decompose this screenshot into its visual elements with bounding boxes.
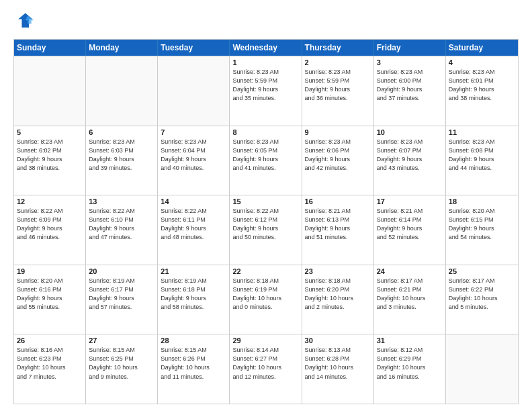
day-info: Sunrise: 8:12 AM Sunset: 6:29 PM Dayligh… bbox=[377, 346, 443, 381]
day-number: 24 bbox=[377, 267, 443, 275]
day-number: 21 bbox=[161, 267, 226, 275]
cal-cell: 17Sunrise: 8:21 AM Sunset: 6:14 PM Dayli… bbox=[374, 195, 446, 265]
cal-cell: 28Sunrise: 8:15 AM Sunset: 6:26 PM Dayli… bbox=[158, 334, 230, 404]
day-number: 20 bbox=[89, 267, 154, 275]
day-number: 11 bbox=[449, 128, 515, 136]
page-header bbox=[13, 11, 519, 32]
cal-cell: 26Sunrise: 8:16 AM Sunset: 6:23 PM Dayli… bbox=[14, 334, 86, 404]
day-number: 30 bbox=[305, 336, 371, 345]
cal-cell: 16Sunrise: 8:21 AM Sunset: 6:13 PM Dayli… bbox=[302, 195, 374, 265]
day-info: Sunrise: 8:23 AM Sunset: 6:06 PM Dayligh… bbox=[305, 138, 371, 173]
day-info: Sunrise: 8:15 AM Sunset: 6:25 PM Dayligh… bbox=[89, 346, 154, 381]
day-info: Sunrise: 8:17 AM Sunset: 6:21 PM Dayligh… bbox=[377, 277, 443, 312]
calendar: SundayMondayTuesdayWednesdayThursdayFrid… bbox=[13, 39, 519, 404]
cal-week-2: 5Sunrise: 8:23 AM Sunset: 6:02 PM Daylig… bbox=[14, 126, 518, 195]
cal-cell: 9Sunrise: 8:23 AM Sunset: 6:06 PM Daylig… bbox=[302, 126, 374, 195]
day-info: Sunrise: 8:23 AM Sunset: 6:03 PM Dayligh… bbox=[89, 138, 154, 173]
cal-cell: 8Sunrise: 8:23 AM Sunset: 6:05 PM Daylig… bbox=[230, 126, 302, 195]
cal-cell: 7Sunrise: 8:23 AM Sunset: 6:04 PM Daylig… bbox=[158, 126, 230, 195]
day-info: Sunrise: 8:17 AM Sunset: 6:22 PM Dayligh… bbox=[449, 277, 515, 312]
logo-icon bbox=[13, 11, 35, 32]
cal-cell: 21Sunrise: 8:19 AM Sunset: 6:18 PM Dayli… bbox=[158, 265, 230, 334]
day-number: 12 bbox=[17, 197, 83, 205]
day-info: Sunrise: 8:23 AM Sunset: 6:01 PM Dayligh… bbox=[449, 68, 515, 103]
day-number: 31 bbox=[377, 336, 443, 345]
day-info: Sunrise: 8:22 AM Sunset: 6:12 PM Dayligh… bbox=[232, 207, 298, 242]
day-info: Sunrise: 8:19 AM Sunset: 6:18 PM Dayligh… bbox=[161, 277, 226, 312]
cal-cell: 11Sunrise: 8:23 AM Sunset: 6:08 PM Dayli… bbox=[446, 126, 518, 195]
day-info: Sunrise: 8:21 AM Sunset: 6:13 PM Dayligh… bbox=[305, 207, 371, 242]
cal-cell: 19Sunrise: 8:20 AM Sunset: 6:16 PM Dayli… bbox=[14, 265, 86, 334]
cal-cell: 23Sunrise: 8:18 AM Sunset: 6:20 PM Dayli… bbox=[302, 265, 374, 334]
cal-header-saturday: Saturday bbox=[446, 40, 518, 56]
day-number: 19 bbox=[17, 267, 83, 275]
day-info: Sunrise: 8:23 AM Sunset: 6:00 PM Dayligh… bbox=[377, 68, 443, 103]
cal-week-1: 1Sunrise: 8:23 AM Sunset: 5:59 PM Daylig… bbox=[14, 56, 518, 126]
cal-week-5: 26Sunrise: 8:16 AM Sunset: 6:23 PM Dayli… bbox=[14, 334, 518, 404]
day-info: Sunrise: 8:18 AM Sunset: 6:19 PM Dayligh… bbox=[232, 277, 298, 312]
day-info: Sunrise: 8:18 AM Sunset: 6:20 PM Dayligh… bbox=[305, 277, 371, 312]
day-info: Sunrise: 8:23 AM Sunset: 6:08 PM Dayligh… bbox=[449, 138, 515, 173]
cal-header-friday: Friday bbox=[374, 40, 446, 56]
day-number: 2 bbox=[305, 58, 371, 66]
cal-cell: 27Sunrise: 8:15 AM Sunset: 6:25 PM Dayli… bbox=[86, 334, 158, 404]
cal-cell: 5Sunrise: 8:23 AM Sunset: 6:02 PM Daylig… bbox=[14, 126, 86, 195]
day-number: 10 bbox=[377, 128, 443, 136]
day-info: Sunrise: 8:13 AM Sunset: 6:28 PM Dayligh… bbox=[305, 346, 371, 381]
day-info: Sunrise: 8:22 AM Sunset: 6:11 PM Dayligh… bbox=[161, 207, 226, 242]
cal-week-4: 19Sunrise: 8:20 AM Sunset: 6:16 PM Dayli… bbox=[14, 265, 518, 334]
cal-header-sunday: Sunday bbox=[14, 40, 86, 56]
day-info: Sunrise: 8:15 AM Sunset: 6:26 PM Dayligh… bbox=[161, 346, 226, 381]
day-number: 28 bbox=[161, 336, 226, 345]
cal-cell: 15Sunrise: 8:22 AM Sunset: 6:12 PM Dayli… bbox=[230, 195, 302, 265]
cal-cell: 12Sunrise: 8:22 AM Sunset: 6:09 PM Dayli… bbox=[14, 195, 86, 265]
day-number: 23 bbox=[305, 267, 371, 275]
day-number: 18 bbox=[449, 197, 515, 205]
day-number: 6 bbox=[89, 128, 154, 136]
day-info: Sunrise: 8:22 AM Sunset: 6:09 PM Dayligh… bbox=[17, 207, 83, 242]
logo bbox=[13, 11, 38, 32]
day-number: 5 bbox=[17, 128, 83, 136]
day-number: 15 bbox=[232, 197, 298, 205]
cal-header-monday: Monday bbox=[86, 40, 158, 56]
cal-header-thursday: Thursday bbox=[302, 40, 374, 56]
cal-cell: 29Sunrise: 8:14 AM Sunset: 6:27 PM Dayli… bbox=[230, 334, 302, 404]
day-number: 25 bbox=[449, 267, 515, 275]
cal-cell: 10Sunrise: 8:23 AM Sunset: 6:07 PM Dayli… bbox=[374, 126, 446, 195]
cal-cell: 18Sunrise: 8:20 AM Sunset: 6:15 PM Dayli… bbox=[446, 195, 518, 265]
day-number: 9 bbox=[305, 128, 371, 136]
cal-cell: 3Sunrise: 8:23 AM Sunset: 6:00 PM Daylig… bbox=[374, 56, 446, 126]
day-info: Sunrise: 8:23 AM Sunset: 6:05 PM Dayligh… bbox=[232, 138, 298, 173]
day-number: 3 bbox=[377, 58, 443, 66]
day-number: 17 bbox=[377, 197, 443, 205]
cal-cell bbox=[446, 334, 518, 404]
cal-cell bbox=[14, 56, 86, 126]
day-number: 26 bbox=[17, 336, 83, 345]
cal-cell bbox=[158, 56, 230, 126]
day-number: 22 bbox=[232, 267, 298, 275]
day-info: Sunrise: 8:16 AM Sunset: 6:23 PM Dayligh… bbox=[17, 346, 83, 381]
cal-cell: 13Sunrise: 8:22 AM Sunset: 6:10 PM Dayli… bbox=[86, 195, 158, 265]
day-number: 7 bbox=[161, 128, 226, 136]
day-number: 16 bbox=[305, 197, 371, 205]
day-number: 8 bbox=[232, 128, 298, 136]
day-info: Sunrise: 8:23 AM Sunset: 5:59 PM Dayligh… bbox=[305, 68, 371, 103]
cal-cell: 14Sunrise: 8:22 AM Sunset: 6:11 PM Dayli… bbox=[158, 195, 230, 265]
day-number: 29 bbox=[232, 336, 298, 345]
day-number: 14 bbox=[161, 197, 226, 205]
cal-cell: 4Sunrise: 8:23 AM Sunset: 6:01 PM Daylig… bbox=[446, 56, 518, 126]
cal-cell: 20Sunrise: 8:19 AM Sunset: 6:17 PM Dayli… bbox=[86, 265, 158, 334]
day-info: Sunrise: 8:23 AM Sunset: 6:02 PM Dayligh… bbox=[17, 138, 83, 173]
day-info: Sunrise: 8:23 AM Sunset: 5:59 PM Dayligh… bbox=[232, 68, 298, 103]
day-info: Sunrise: 8:20 AM Sunset: 6:15 PM Dayligh… bbox=[449, 207, 515, 242]
day-info: Sunrise: 8:23 AM Sunset: 6:07 PM Dayligh… bbox=[377, 138, 443, 173]
day-number: 1 bbox=[232, 58, 298, 66]
day-number: 13 bbox=[89, 197, 154, 205]
cal-cell: 2Sunrise: 8:23 AM Sunset: 5:59 PM Daylig… bbox=[302, 56, 374, 126]
cal-header-wednesday: Wednesday bbox=[230, 40, 302, 56]
cal-cell: 22Sunrise: 8:18 AM Sunset: 6:19 PM Dayli… bbox=[230, 265, 302, 334]
cal-cell bbox=[86, 56, 158, 126]
day-info: Sunrise: 8:14 AM Sunset: 6:27 PM Dayligh… bbox=[232, 346, 298, 381]
day-info: Sunrise: 8:20 AM Sunset: 6:16 PM Dayligh… bbox=[17, 277, 83, 312]
calendar-header: SundayMondayTuesdayWednesdayThursdayFrid… bbox=[14, 40, 518, 56]
